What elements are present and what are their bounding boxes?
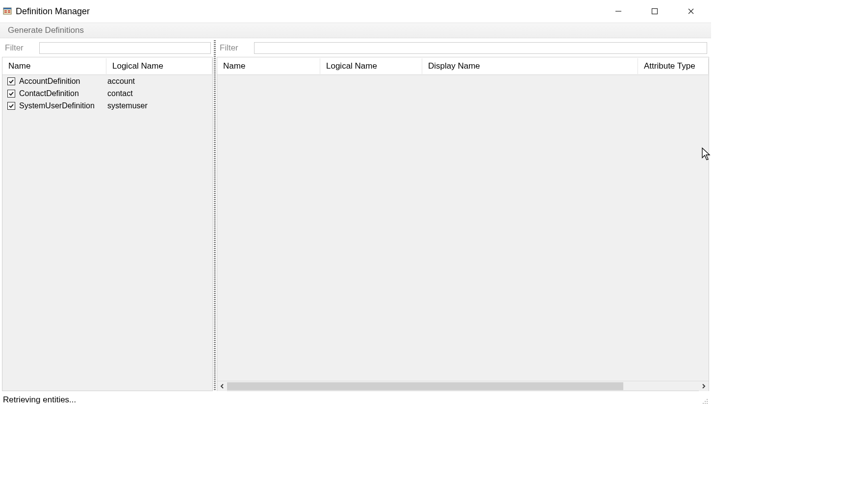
attributes-filter-input[interactable] — [254, 42, 707, 54]
svg-point-12 — [707, 401, 708, 402]
entities-col-logical[interactable]: Logical Name — [106, 58, 212, 74]
row-name: ContactDefinition — [19, 89, 107, 98]
hscroll-track[interactable] — [227, 382, 699, 391]
entities-filter-label: Filter — [4, 43, 34, 53]
list-row[interactable]: SystemUserDefinitionsystemuser — [2, 99, 212, 112]
row-name: AccountDefinition — [19, 77, 107, 86]
attributes-col-logical[interactable]: Logical Name — [320, 58, 422, 74]
row-checkbox[interactable] — [7, 77, 15, 85]
svg-point-10 — [707, 399, 708, 400]
entities-list-header: Name Logical Name — [2, 57, 212, 75]
close-button[interactable] — [680, 2, 702, 20]
entities-panel: Filter Name Logical Name AccountDefiniti… — [2, 40, 213, 391]
minimize-button[interactable] — [607, 2, 630, 20]
svg-point-11 — [705, 401, 706, 402]
app-icon — [3, 7, 12, 16]
row-checkbox[interactable] — [7, 102, 15, 110]
entities-col-name[interactable]: Name — [2, 58, 106, 74]
svg-rect-2 — [4, 10, 7, 11]
window: Definition Manager Generate Definitions … — [0, 0, 711, 407]
hscroll-left-button[interactable] — [217, 381, 227, 391]
attributes-filter-row: Filter — [217, 40, 709, 57]
svg-rect-3 — [4, 12, 7, 13]
generate-definitions-button[interactable]: Generate Definitions — [8, 25, 84, 35]
row-name: SystemUserDefinition — [19, 101, 107, 110]
entities-filter-input[interactable] — [39, 42, 211, 54]
svg-rect-4 — [8, 10, 10, 11]
maximize-button[interactable] — [643, 2, 666, 20]
svg-point-15 — [707, 403, 708, 404]
hscroll-thumb[interactable] — [227, 382, 623, 390]
attributes-list: Name Logical Name Display Name Attribute… — [217, 57, 709, 391]
attributes-filter-label: Filter — [219, 43, 249, 53]
row-logical: systemuser — [107, 101, 148, 110]
row-logical: account — [107, 77, 135, 86]
svg-point-14 — [705, 403, 706, 404]
attributes-list-header: Name Logical Name Display Name Attribute… — [217, 57, 709, 75]
splitter[interactable] — [213, 40, 217, 391]
list-row[interactable]: AccountDefinitionaccount — [2, 75, 212, 87]
entities-list-body[interactable]: AccountDefinitionaccountContactDefinitio… — [2, 75, 212, 391]
resize-grip[interactable] — [699, 396, 708, 404]
window-controls — [607, 2, 708, 20]
attributes-col-display[interactable]: Display Name — [422, 58, 638, 74]
svg-rect-7 — [652, 9, 658, 14]
attributes-col-type[interactable]: Attribute Type — [638, 58, 709, 74]
hscroll-right-button[interactable] — [699, 381, 709, 391]
toolbar: Generate Definitions — [0, 23, 711, 38]
entities-list: Name Logical Name AccountDefinitionaccou… — [2, 57, 213, 391]
attributes-panel: Filter Name Logical Name Display Name At… — [217, 40, 709, 391]
statusbar: Retrieving entities... — [0, 393, 711, 407]
window-title: Definition Manager — [16, 6, 90, 17]
list-row[interactable]: ContactDefinitioncontact — [2, 87, 212, 99]
attributes-col-name[interactable]: Name — [217, 58, 320, 74]
titlebar[interactable]: Definition Manager — [0, 0, 711, 23]
attributes-hscrollbar[interactable] — [217, 381, 709, 391]
svg-point-13 — [703, 403, 704, 404]
svg-rect-5 — [8, 12, 10, 13]
status-text: Retrieving entities... — [3, 395, 76, 405]
svg-rect-1 — [3, 8, 11, 9]
entities-filter-row: Filter — [2, 40, 213, 57]
row-checkbox[interactable] — [7, 90, 15, 98]
attributes-list-body[interactable] — [217, 75, 709, 381]
content-area: Filter Name Logical Name AccountDefiniti… — [0, 38, 711, 393]
row-logical: contact — [107, 89, 133, 98]
